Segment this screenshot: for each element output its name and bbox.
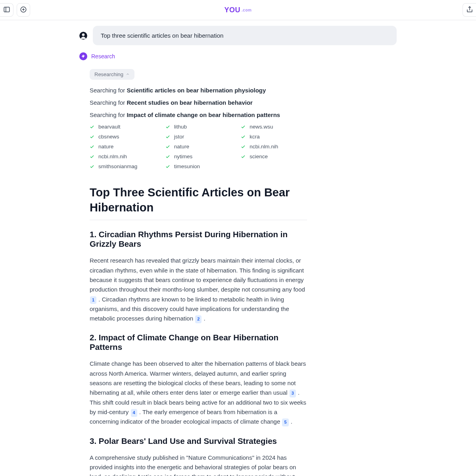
source-item[interactable]: science <box>241 154 312 159</box>
source-item[interactable]: timesunion <box>165 163 236 169</box>
check-icon <box>241 144 246 149</box>
citation-5[interactable]: 5 <box>282 418 288 426</box>
logo[interactable]: YOU.com <box>225 6 252 14</box>
share-icon <box>466 6 473 14</box>
panel-icon <box>3 6 10 14</box>
svg-rect-0 <box>4 7 10 12</box>
mode-label: Research <box>91 53 115 60</box>
source-item[interactable]: nature <box>165 144 236 150</box>
check-icon <box>165 144 170 149</box>
source-item[interactable]: ncbi.nlm.nih <box>241 144 312 150</box>
query-bubble: Top three scientific articles on bear hi… <box>93 26 397 45</box>
search-line: Searching for Scientific articles on bea… <box>90 87 397 94</box>
sidebar-toggle-button[interactable] <box>0 3 13 17</box>
researching-chip[interactable]: Researching <box>90 69 134 80</box>
source-item[interactable]: lithub <box>165 124 236 130</box>
share-button[interactable] <box>463 3 476 17</box>
source-item[interactable]: ncbi.nlm.nih <box>90 154 161 159</box>
section-3-body: A comprehensive study published in "Natu… <box>90 453 307 476</box>
sources-grid: bearvault cbsnews nature ncbi.nlm.nih sm… <box>90 124 312 169</box>
svg-point-7 <box>82 33 85 36</box>
check-icon <box>241 134 246 139</box>
source-item[interactable]: nytimes <box>165 154 236 159</box>
citation-1[interactable]: 1 <box>90 296 96 304</box>
check-icon <box>165 154 170 159</box>
check-icon <box>90 134 94 139</box>
article-title: Top Three Scientific Articles on Bear Hi… <box>90 185 307 220</box>
topbar-left <box>3 3 30 17</box>
check-icon <box>90 154 94 159</box>
citation-3[interactable]: 3 <box>290 390 296 397</box>
section-1-heading: 1. Circadian Rhythms Persist During Hibe… <box>90 230 307 249</box>
main-content: Top three scientific articles on bear hi… <box>79 20 397 476</box>
search-queries: Searching for Scientific articles on bea… <box>90 87 397 118</box>
topbar: YOU.com <box>0 0 476 20</box>
source-item[interactable]: cbsnews <box>90 134 161 140</box>
logo-text: YOU <box>225 6 241 14</box>
query-row: Top three scientific articles on bear hi… <box>79 26 397 45</box>
query-text: Top three scientific articles on bear hi… <box>101 32 223 39</box>
check-icon <box>90 125 94 129</box>
section-3-heading: 3. Polar Bears' Land Use and Survival St… <box>90 436 307 446</box>
user-avatar <box>79 32 87 40</box>
source-item[interactable]: kcra <box>241 134 312 140</box>
researching-label: Researching <box>94 71 123 77</box>
mode-row: Research <box>79 52 397 60</box>
check-icon <box>241 154 246 159</box>
source-item[interactable]: jstor <box>165 134 236 140</box>
source-item[interactable]: smithsonianmag <box>90 163 161 169</box>
plus-circle-icon <box>20 6 27 14</box>
check-icon <box>90 144 94 149</box>
research-mode-icon <box>79 52 87 60</box>
search-line: Searching for Impact of climate change o… <box>90 111 397 118</box>
new-chat-button[interactable] <box>17 3 30 17</box>
topbar-right <box>463 3 473 17</box>
source-item[interactable]: bearvault <box>90 124 161 130</box>
section-1-body: Recent research has revealed that grizzl… <box>90 256 307 323</box>
check-icon <box>165 134 170 139</box>
check-icon <box>165 164 170 169</box>
section-2-body: Climate change has been observed to alte… <box>90 359 307 426</box>
check-icon <box>165 125 170 129</box>
section-2-heading: 2. Impact of Climate Change on Bear Hibe… <box>90 333 307 352</box>
search-line: Searching for Recent studies on bear hib… <box>90 99 397 106</box>
check-icon <box>241 125 246 129</box>
chevron-up-icon <box>126 71 130 77</box>
logo-suffix: .com <box>242 8 251 12</box>
check-icon <box>90 164 94 169</box>
source-item[interactable]: nature <box>90 144 161 150</box>
citation-2[interactable]: 2 <box>195 315 202 323</box>
source-item[interactable]: news.wsu <box>241 124 312 130</box>
article: Top Three Scientific Articles on Bear Hi… <box>90 185 307 476</box>
citation-4[interactable]: 4 <box>131 409 137 417</box>
